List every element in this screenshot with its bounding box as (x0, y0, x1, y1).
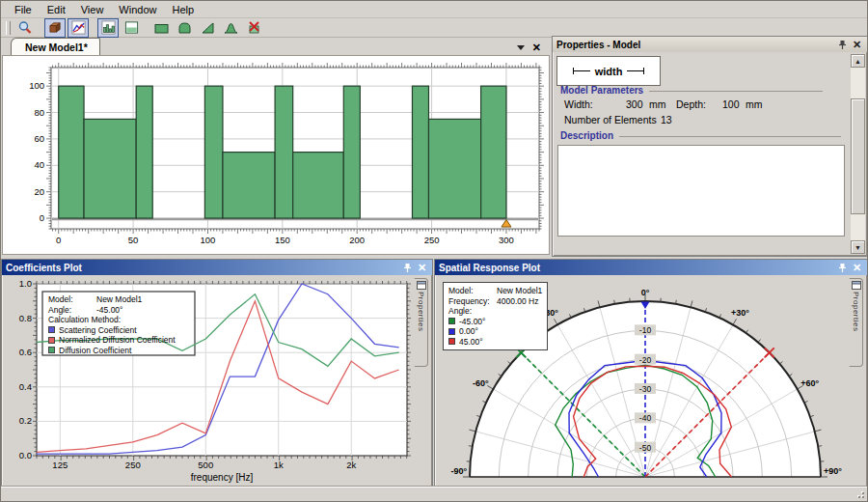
spatial-plot-body: -10-20-30-40-500°+30°+60°+90°-30°-60°-90… (437, 276, 849, 487)
model-bar[interactable] (59, 86, 84, 218)
model-bar[interactable] (481, 86, 506, 218)
properties-panel-title: Properties - Model (556, 40, 640, 50)
tab-list-dropdown-icon[interactable] (517, 45, 525, 50)
coefficients-chart-icon[interactable] (68, 18, 89, 38)
diffusion-swatch (48, 347, 55, 353)
depth-field-value[interactable]: 100 (722, 98, 740, 110)
svg-text:40: 40 (34, 159, 44, 170)
svg-text:frequency [Hz]: frequency [Hz] (191, 472, 254, 483)
coefficients-plot-panel: Coefficients Plot ✕ 1252505001k2k0.00.20… (1, 259, 433, 489)
pin-icon[interactable] (836, 262, 849, 273)
angle-neg45-swatch (448, 318, 455, 324)
svg-text:1k: 1k (274, 460, 284, 470)
model-bar[interactable] (84, 119, 136, 218)
spatial-panel-title: Spatial Response Plot (439, 263, 540, 273)
svg-text:-50: -50 (639, 443, 652, 453)
description-header: Description (560, 130, 841, 141)
status-bar (1, 487, 867, 501)
elements-field-value[interactable]: 13 (661, 114, 672, 126)
model-profile-chart[interactable]: 050100150200250300020406080100 (3, 56, 549, 254)
coefficients-panel-title: Coefficients Plot (6, 263, 82, 273)
svg-text:1.0: 1.0 (19, 278, 32, 289)
zoom-icon[interactable] (14, 18, 36, 38)
model-bar[interactable] (428, 119, 480, 218)
svg-text:100: 100 (201, 235, 216, 245)
model-3d-icon[interactable] (44, 18, 66, 38)
model-bar[interactable] (204, 86, 223, 218)
menu-file[interactable]: File (7, 3, 40, 16)
close-icon[interactable]: ✕ (851, 39, 863, 50)
svg-text:0: 0 (56, 235, 61, 245)
svg-text:-40: -40 (639, 413, 652, 423)
resize-grip[interactable] (855, 489, 864, 498)
svg-text:0.2: 0.2 (19, 415, 32, 426)
properties-panel-titlebar: Properties - Model ✕ (553, 37, 867, 52)
width-dim-line-right (627, 70, 644, 71)
depth-field-label: Depth: (676, 98, 706, 110)
svg-text:+90°: +90° (824, 466, 842, 476)
model-parameters-header: Model Parameters (560, 85, 823, 96)
svg-text:0.6: 0.6 (19, 347, 32, 357)
model-bar[interactable] (343, 86, 360, 218)
width-field-value[interactable]: 300 (626, 98, 643, 110)
menu-window[interactable]: Window (111, 3, 164, 16)
spatial-panel-titlebar: Spatial Response Plot ✕ (435, 260, 867, 275)
svg-text:300: 300 (499, 235, 514, 245)
model-bar[interactable] (275, 86, 293, 218)
window-icon[interactable] (121, 18, 142, 38)
svg-text:60: 60 (34, 133, 44, 144)
svg-text:-90°: -90° (450, 466, 467, 476)
svg-text:-30: -30 (639, 384, 652, 394)
scrollbar-thumb[interactable] (851, 98, 865, 214)
properties-model-panel: Properties - Model ✕ width Model Paramet… (552, 36, 868, 257)
svg-text:50: 50 (128, 235, 139, 245)
width-field-label: Width: (564, 98, 593, 110)
svg-text:-10: -10 (639, 325, 652, 335)
model-bar[interactable] (412, 86, 428, 218)
svg-text:20: 20 (34, 186, 44, 197)
close-icon[interactable]: ✕ (416, 262, 428, 273)
menu-view[interactable]: View (73, 3, 112, 16)
slope-element-icon[interactable] (197, 18, 218, 38)
menu-bar: File Edit View Window Help (1, 1, 867, 18)
model-bar[interactable] (223, 153, 275, 218)
menu-edit[interactable]: Edit (40, 3, 73, 16)
tab-new-model1[interactable]: New Model1* (11, 38, 100, 55)
svg-text:150: 150 (275, 235, 290, 245)
scroll-down-icon[interactable]: ▼ (851, 240, 865, 254)
properties-side-tab[interactable]: Properties (414, 278, 428, 367)
histogram-icon[interactable] (97, 18, 119, 38)
svg-text:80: 80 (34, 107, 44, 118)
svg-text:0.8: 0.8 (19, 313, 32, 323)
pin-icon[interactable] (401, 262, 414, 273)
svg-text:200: 200 (349, 235, 365, 245)
delete-element-icon[interactable] (243, 18, 264, 38)
description-field[interactable] (557, 145, 845, 237)
properties-scrollbar[interactable]: ▲ ▼ (851, 54, 865, 254)
properties-tab-icon (852, 281, 861, 290)
width-diagram: width (556, 56, 661, 86)
angle-pos45-swatch (448, 338, 455, 345)
tab-close-icon[interactable]: ✕ (532, 42, 541, 52)
svg-text:-20: -20 (639, 355, 652, 365)
arch-element-icon[interactable] (174, 18, 195, 38)
svg-text:0.4: 0.4 (19, 381, 32, 392)
spatial-side-strip: Properties (849, 276, 865, 487)
spatial-legend: Model:New Model1 Frequency:4000.00 Hz An… (443, 282, 548, 350)
coefficients-side-strip: Properties (414, 276, 430, 487)
scroll-up-icon[interactable]: ▲ (851, 54, 865, 68)
toolbar (1, 18, 867, 38)
properties-side-tab[interactable]: Properties (849, 278, 863, 367)
menu-help[interactable]: Help (164, 3, 202, 16)
rect-element-icon[interactable] (150, 18, 172, 38)
model-profile-view[interactable]: 050100150200250300020406080100 (2, 55, 550, 255)
normalized-diffusion-swatch (48, 337, 55, 344)
toolbar-grip[interactable] (6, 21, 11, 35)
coefficients-panel-titlebar: Coefficients Plot ✕ (2, 260, 432, 275)
model-bar[interactable] (293, 153, 344, 218)
pin-icon[interactable] (836, 39, 849, 50)
svg-text:125: 125 (52, 460, 68, 470)
close-icon[interactable]: ✕ (851, 262, 863, 273)
model-bar[interactable] (136, 86, 152, 218)
bell-element-icon[interactable] (220, 18, 241, 38)
